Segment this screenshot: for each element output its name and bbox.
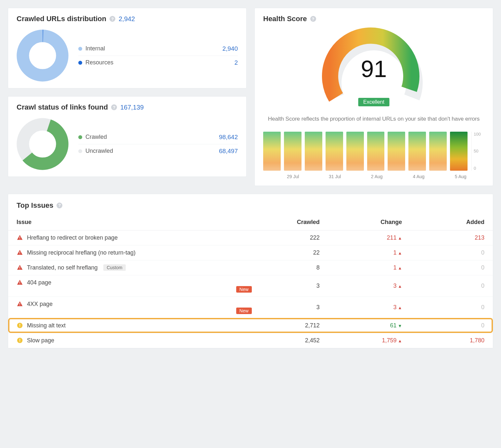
card-title: Crawl status of links found [17, 103, 108, 112]
crawled-urls-total[interactable]: 2,942 [119, 15, 135, 23]
spark-bar [367, 132, 385, 171]
col-crawled[interactable]: Crawled [260, 214, 328, 231]
table-row[interactable]: Missing alt text2,71261▼0 [8, 318, 493, 333]
svg-rect-19 [19, 341, 20, 342]
added-value: 0 [410, 318, 493, 333]
error-icon [17, 264, 23, 271]
top-issues-card: Top Issues ? Issue Crawled Change Added … [8, 194, 493, 349]
error-icon [17, 249, 23, 256]
svg-rect-18 [19, 339, 20, 341]
legend-item-internal[interactable]: Internal 2,940 [78, 42, 238, 56]
help-icon[interactable]: ? [111, 104, 117, 110]
added-value: 213 [410, 230, 493, 245]
svg-rect-11 [19, 283, 20, 284]
custom-tag: Custom [103, 264, 125, 271]
crawled-value: 22 [260, 245, 328, 260]
svg-rect-4 [19, 237, 20, 238]
help-icon[interactable]: ? [57, 203, 62, 208]
change-value: 211▲ [328, 230, 411, 245]
issue-name: 4XX page [27, 301, 53, 308]
issue-name: 404 page [27, 279, 51, 286]
added-value: 0 [410, 296, 493, 318]
svg-rect-9 [19, 269, 20, 269]
health-score-value: 91 [361, 56, 387, 82]
col-issue[interactable]: Issue [8, 214, 260, 231]
table-row[interactable]: Translated, no self hreflangCustom81▲0 [8, 260, 493, 275]
error-icon [17, 301, 23, 307]
added-value: 0 [410, 260, 493, 275]
svg-rect-15 [19, 324, 20, 326]
legend-item-resources[interactable]: Resources 2 [78, 56, 238, 70]
spark-bar [388, 132, 405, 171]
crawled-value: 3 [260, 296, 328, 318]
legend-item-crawled[interactable]: Crawled 98,642 [78, 130, 238, 144]
spark-bar [326, 132, 343, 171]
svg-rect-6 [19, 252, 20, 253]
health-badge: Excellent [358, 98, 390, 106]
change-value: 61▼ [328, 318, 411, 333]
svg-rect-5 [19, 239, 20, 239]
help-icon[interactable]: ? [310, 16, 316, 22]
health-history-chart[interactable]: 100 50 0 [263, 132, 484, 171]
crawl-status-donut[interactable] [17, 118, 69, 170]
crawled-value: 8 [260, 260, 328, 275]
error-icon [17, 279, 23, 286]
spark-bar [305, 132, 322, 171]
table-row[interactable]: 404 pageNew33▲0 [8, 275, 493, 296]
legend-dot [78, 47, 82, 51]
svg-rect-13 [19, 305, 20, 306]
crawled-value: 3 [260, 275, 328, 296]
table-row[interactable]: Hreflang to redirect or broken page22221… [8, 230, 493, 245]
table-row[interactable]: 4XX pageNew33▲0 [8, 296, 493, 318]
spark-bar [429, 132, 447, 171]
added-value: 0 [410, 245, 493, 260]
crawled-urls-donut[interactable] [17, 30, 69, 82]
crawled-urls-card: Crawled URLs distribution ? 2,942 Intern… [8, 8, 247, 88]
health-gauge[interactable]: 91 Excellent [317, 27, 431, 108]
table-row[interactable]: Slow page2,4521,759▲1,780 [8, 333, 493, 348]
card-title: Top Issues [17, 201, 53, 210]
issues-table: Issue Crawled Change Added Hreflang to r… [8, 214, 493, 348]
legend-item-uncrawled[interactable]: Uncrawled 68,497 [78, 144, 238, 158]
new-tag: New [236, 286, 252, 293]
legend-dot [78, 61, 82, 65]
issue-name: Translated, no self hreflang [27, 264, 97, 271]
spark-bar [450, 132, 468, 171]
issue-name: Hreflang to redirect or broken page [27, 234, 118, 241]
change-value: 1▲ [328, 260, 411, 275]
warning-icon [17, 322, 23, 329]
issue-name: Missing alt text [27, 322, 66, 329]
error-icon [17, 234, 23, 241]
crawl-status-card: Crawl status of links found ? 167,139 Cr… [8, 96, 247, 177]
col-added[interactable]: Added [410, 214, 493, 231]
svg-rect-8 [19, 267, 20, 268]
svg-point-0 [23, 36, 62, 75]
table-row[interactable]: Missing reciprocal hreflang (no return-t… [8, 245, 493, 260]
added-value: 0 [410, 275, 493, 296]
issue-name: Missing reciprocal hreflang (no return-t… [27, 249, 135, 256]
svg-rect-16 [19, 326, 20, 327]
change-value: 3▲ [328, 275, 411, 296]
svg-rect-7 [19, 254, 20, 254]
crawled-value: 2,712 [260, 318, 328, 333]
change-value: 1,759▲ [328, 333, 411, 348]
card-title: Crawled URLs distribution [17, 15, 106, 23]
spark-bar [408, 132, 426, 171]
issue-name: Slow page [27, 337, 54, 344]
added-value: 1,780 [410, 333, 493, 348]
health-score-card: Health Score ? 91 Excellent Health Scor [254, 8, 493, 186]
spark-y-axis: 100 50 0 [471, 132, 484, 171]
health-description: Health Score reflects the proportion of … [263, 115, 484, 123]
crawl-status-total[interactable]: 167,139 [120, 104, 144, 111]
change-value: 3▲ [328, 296, 411, 318]
help-icon[interactable]: ? [109, 16, 115, 22]
change-value: 1▲ [328, 245, 411, 260]
svg-rect-10 [19, 282, 20, 283]
svg-rect-12 [19, 303, 20, 305]
card-title: Health Score [263, 15, 307, 23]
crawled-value: 222 [260, 230, 328, 245]
crawled-value: 2,452 [260, 333, 328, 348]
warning-icon [17, 337, 23, 344]
spark-bar [346, 132, 364, 171]
col-change[interactable]: Change [328, 214, 411, 231]
